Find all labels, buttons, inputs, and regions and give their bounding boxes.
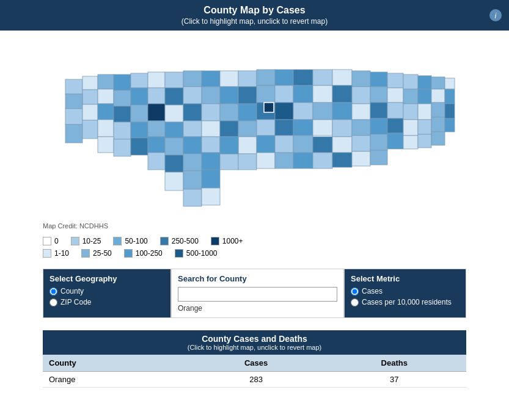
svg-rect-58 bbox=[238, 71, 257, 87]
svg-rect-95 bbox=[293, 120, 313, 136]
geography-county-text: County bbox=[60, 287, 84, 295]
svg-rect-30 bbox=[202, 71, 220, 87]
legend-color-1000plus bbox=[211, 237, 219, 245]
svg-rect-131 bbox=[264, 103, 274, 112]
search-input[interactable] bbox=[178, 287, 337, 302]
svg-rect-29 bbox=[183, 71, 202, 87]
legend-item-50-100: 50-100 bbox=[113, 237, 147, 245]
svg-rect-18 bbox=[114, 106, 131, 122]
svg-rect-26 bbox=[131, 138, 148, 155]
svg-rect-10 bbox=[82, 120, 98, 139]
svg-rect-66 bbox=[387, 73, 403, 88]
svg-rect-8 bbox=[98, 104, 114, 120]
geography-zip-label[interactable]: ZIP Code bbox=[49, 298, 164, 306]
legend-item-0: 0 bbox=[43, 237, 59, 245]
legend: 0 10-25 50-100 250-500 1000+ 1-10 25-50 … bbox=[0, 232, 509, 262]
svg-rect-28 bbox=[165, 72, 183, 88]
metric-per10k-label[interactable]: Cases per 10,000 residents bbox=[351, 298, 460, 306]
legend-item-10-25: 10-25 bbox=[71, 237, 101, 245]
geography-zip-text: ZIP Code bbox=[60, 298, 91, 306]
legend-label-1-10: 1-10 bbox=[54, 249, 69, 258]
svg-rect-114 bbox=[403, 120, 418, 136]
svg-rect-0 bbox=[65, 79, 82, 94]
svg-rect-43 bbox=[220, 121, 238, 137]
svg-rect-17 bbox=[148, 88, 165, 104]
table-header: County Cases and Deaths (Click to highli… bbox=[43, 330, 466, 355]
svg-rect-61 bbox=[293, 70, 313, 85]
svg-rect-56 bbox=[183, 189, 202, 206]
map-svg-wrapper[interactable] bbox=[43, 43, 466, 214]
svg-rect-62 bbox=[313, 70, 332, 85]
svg-rect-92 bbox=[238, 121, 257, 137]
svg-rect-125 bbox=[293, 153, 313, 168]
svg-rect-55 bbox=[202, 170, 220, 188]
legend-item-1000plus: 1000+ bbox=[211, 237, 243, 245]
svg-rect-5 bbox=[65, 94, 82, 109]
svg-rect-59 bbox=[257, 70, 275, 85]
search-box: Search for County Orange bbox=[171, 269, 344, 318]
table-row[interactable]: Orange 283 37 bbox=[43, 372, 466, 388]
geography-county-radio[interactable] bbox=[49, 288, 57, 295]
svg-rect-85 bbox=[332, 103, 352, 120]
legend-item-100-250: 100-250 bbox=[124, 249, 163, 258]
geography-title: Select Geography bbox=[49, 274, 164, 283]
svg-rect-42 bbox=[202, 121, 220, 137]
svg-rect-15 bbox=[114, 90, 131, 106]
geography-county-label[interactable]: County bbox=[49, 287, 164, 295]
svg-rect-16 bbox=[131, 88, 148, 105]
table-body: Orange 283 37 bbox=[43, 372, 466, 388]
legend-item-250-500: 250-500 bbox=[160, 237, 199, 245]
svg-rect-110 bbox=[332, 137, 352, 153]
page-title: County Map by Cases bbox=[7, 5, 502, 16]
col-deaths: Deaths bbox=[322, 355, 466, 372]
svg-rect-86 bbox=[352, 104, 370, 120]
info-icon[interactable]: i bbox=[489, 9, 502, 21]
svg-rect-1 bbox=[82, 76, 98, 90]
geography-zip-radio[interactable] bbox=[49, 299, 57, 306]
legend-label-50-100: 50-100 bbox=[125, 237, 147, 245]
svg-rect-25 bbox=[114, 139, 131, 156]
metric-cases-label[interactable]: Cases bbox=[351, 287, 460, 295]
svg-rect-89 bbox=[403, 89, 418, 104]
svg-rect-4 bbox=[98, 89, 114, 104]
svg-rect-19 bbox=[131, 105, 148, 122]
svg-rect-32 bbox=[165, 88, 183, 105]
search-title: Search for County bbox=[178, 274, 337, 283]
search-result: Orange bbox=[178, 304, 337, 313]
map-credit: Map Credit: NCDHHS bbox=[0, 220, 509, 232]
metric-per10k-radio[interactable] bbox=[351, 299, 359, 306]
svg-rect-69 bbox=[275, 85, 293, 103]
svg-rect-3 bbox=[82, 90, 98, 104]
svg-rect-51 bbox=[202, 153, 220, 170]
svg-rect-121 bbox=[445, 118, 455, 132]
svg-rect-11 bbox=[98, 120, 114, 137]
svg-rect-68 bbox=[257, 85, 275, 103]
svg-rect-115 bbox=[418, 120, 431, 134]
metric-box: Select Metric Cases Cases per 10,000 res… bbox=[344, 269, 466, 318]
table-head: County Cases Deaths bbox=[43, 355, 466, 372]
legend-label-0: 0 bbox=[54, 237, 59, 245]
svg-rect-79 bbox=[445, 78, 455, 89]
svg-rect-128 bbox=[352, 151, 370, 166]
legend-item-500-1000: 500-1000 bbox=[175, 249, 218, 258]
table-subtitle: (Click to highlight map, unclick to reve… bbox=[49, 344, 460, 351]
metric-cases-radio[interactable] bbox=[351, 288, 359, 295]
legend-color-0 bbox=[43, 237, 51, 245]
svg-rect-126 bbox=[313, 153, 332, 168]
svg-rect-40 bbox=[165, 122, 183, 138]
svg-rect-107 bbox=[275, 136, 293, 153]
svg-rect-88 bbox=[387, 103, 403, 118]
nc-map[interactable] bbox=[53, 43, 456, 214]
col-county: County bbox=[43, 355, 190, 372]
svg-rect-120 bbox=[431, 132, 445, 145]
svg-rect-12 bbox=[114, 74, 131, 90]
svg-rect-64 bbox=[352, 71, 370, 87]
svg-rect-6 bbox=[65, 109, 82, 125]
svg-rect-53 bbox=[165, 172, 183, 190]
page-header: County Map by Cases (Click to highlight … bbox=[0, 0, 509, 31]
svg-rect-87 bbox=[370, 103, 387, 118]
svg-rect-78 bbox=[431, 77, 445, 89]
page-subtitle: (Click to highlight map, unclick to reve… bbox=[7, 17, 502, 26]
svg-rect-116 bbox=[431, 117, 445, 132]
svg-rect-33 bbox=[183, 87, 202, 104]
